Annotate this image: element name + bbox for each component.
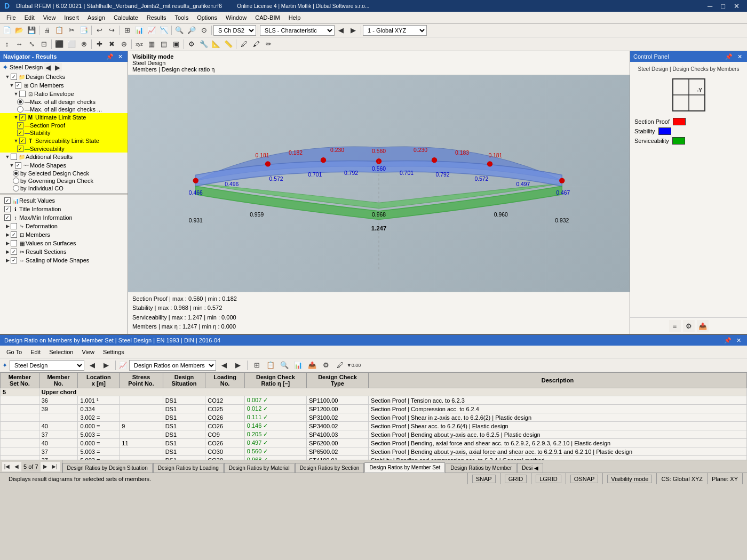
table-row-6[interactable]: 40 0.000 = 11 DS1 CO26 0.497 ✓ SP6200.00… — [1, 439, 747, 447]
tb-btn-4[interactable]: 📑 — [78, 25, 90, 36]
bottom-ratio-prev[interactable]: ◀ — [218, 359, 230, 371]
menu-edit[interactable]: Edit — [26, 348, 45, 356]
tb2-btn-10[interactable]: ⊕ — [118, 38, 130, 50]
cs-select[interactable]: 1 - Global XYZ — [363, 25, 427, 36]
cp-list-btn[interactable]: ≡ — [669, 320, 681, 332]
tb2-btn-17[interactable]: 📐 — [210, 38, 222, 50]
tb2-btn-14[interactable]: ▣ — [170, 38, 182, 50]
canvas-area[interactable]: 0.181 0.182 0.230 0.560 0.230 0.183 0.18… — [128, 75, 630, 292]
bottom-tb-4[interactable]: 📊 — [292, 359, 304, 371]
nav-fwd-btn[interactable]: ▶ — [347, 25, 359, 36]
bottom-tb-3[interactable]: 🔍 — [279, 359, 290, 371]
tb2-btn-18[interactable]: 📏 — [222, 38, 234, 50]
table-row-7[interactable]: 37 5.003 = DS1 CO30 0.560 ✓ SP6500.02 Se… — [1, 447, 747, 456]
tab-design-member[interactable]: Design Ratios by Member — [446, 463, 516, 473]
design-situation-select[interactable]: SLS - Characteristic — [260, 25, 335, 36]
bottom-ratio-next[interactable]: ▶ — [232, 359, 244, 371]
nav-prev-btn[interactable]: ◀ — [44, 63, 52, 71]
check-maxmin-info[interactable]: ✓ — [4, 214, 11, 221]
nav-serviceability[interactable]: ✓ — Serviceability — [0, 145, 128, 153]
tb2-btn-16[interactable]: 🔧 — [198, 38, 210, 50]
nav-values-on-surfaces[interactable]: ▶ ▦ Values on Surfaces — [0, 239, 128, 247]
nav-members[interactable]: ▶ ✓ ⊡ Members — [0, 230, 128, 239]
tb2-btn-20[interactable]: 🖍 — [250, 38, 262, 50]
bottom-tb-1[interactable]: ⊞ — [251, 359, 263, 371]
snap-btn[interactable]: SNAP — [472, 475, 496, 483]
tb2-btn-1[interactable]: ↕ — [1, 38, 13, 50]
radio-by-individual[interactable] — [13, 185, 19, 191]
cp-pin-btn[interactable]: 📌 — [724, 53, 734, 60]
nav-uls[interactable]: ▼ ✓ M Ultimate Limit State — [0, 113, 128, 122]
nav-max-design-1[interactable]: — Max. of all design checks — [0, 98, 128, 106]
radio-by-governing[interactable] — [13, 178, 19, 184]
menu-settings[interactable]: Settings — [99, 348, 129, 356]
tb-btn-10[interactable]: 🔎 — [186, 25, 197, 36]
nav-stability[interactable]: ✓ — Stability — [0, 129, 128, 137]
menu-goto[interactable]: Go To — [2, 348, 26, 356]
tb2-btn-5[interactable]: ⬛ — [53, 38, 65, 50]
tb-btn-3[interactable]: ✂ — [66, 25, 77, 36]
nav-back-btn[interactable]: ◀ — [335, 25, 347, 36]
tb2-btn-15[interactable]: ⚙ — [186, 38, 197, 50]
tb2-btn-4[interactable]: ⊡ — [38, 38, 50, 50]
check-scaling[interactable]: ✓ — [11, 257, 17, 263]
redo-btn[interactable]: ↪ — [106, 25, 117, 36]
load-combo-select[interactable]: S Ch DS2 — [213, 25, 256, 36]
menu-item-insert[interactable]: Insert — [60, 13, 83, 22]
table-row-1[interactable]: 36 1.001 ¹ DS1 CO12 0.007 ✓ SP1100.00 Se… — [1, 396, 747, 405]
bottom-pin-btn[interactable]: 📌 — [722, 337, 733, 344]
nav-section-proof[interactable]: ✓ — Section Proof — [0, 122, 128, 129]
tb2-btn-6[interactable]: ⬜ — [66, 38, 77, 50]
nav-deformation[interactable]: ▶ ⤷ Deformation — [0, 222, 128, 230]
menu-item-results[interactable]: Results — [142, 13, 171, 22]
tb-btn-5[interactable]: ⊞ — [121, 25, 133, 36]
bottom-ratio-select[interactable]: Design Ratios on Members — [129, 360, 216, 371]
cp-settings-btn[interactable]: ⚙ — [683, 320, 695, 332]
cp-export-btn[interactable]: 📤 — [697, 320, 709, 332]
page-prev-btn[interactable]: ◀ — [12, 462, 21, 471]
nav-by-individual[interactable]: by Individual CO — [0, 185, 128, 192]
grid-btn[interactable]: GRID — [505, 475, 527, 483]
menu-item-window[interactable]: Window — [221, 13, 251, 22]
table-row-3[interactable]: 3.002 = DS1 CO26 0.111 ✓ SP3100.02 Secti… — [1, 413, 747, 422]
cp-close-btn[interactable]: ✕ — [736, 53, 744, 60]
radio-by-selected[interactable] — [13, 170, 19, 177]
tb-btn-9[interactable]: 🔍 — [173, 25, 185, 36]
bottom-tb-6[interactable]: ⚙ — [320, 359, 332, 371]
check-ratio-envelope[interactable] — [19, 91, 26, 97]
tb2-btn-13[interactable]: ▤ — [158, 38, 170, 50]
nav-maxmin-info[interactable]: ✓ ↕ Max/Min Information — [0, 213, 128, 222]
nav-additional-results[interactable]: ▼ 📁 Additional Results — [0, 153, 128, 161]
check-serviceability[interactable]: ✓ — [17, 146, 23, 152]
menu-view[interactable]: View — [77, 348, 99, 356]
open-btn[interactable]: 📂 — [13, 25, 25, 36]
check-on-members[interactable]: ✓ — [15, 82, 21, 89]
tb-btn-2[interactable]: 📋 — [53, 25, 65, 36]
nav-by-governing[interactable]: by Governing Design Check — [0, 177, 128, 185]
table-row-4[interactable]: 40 0.000 = 9 DS1 CO26 0.146 ✓ SP3400.02 … — [1, 422, 747, 430]
menu-item-file[interactable]: File — [2, 13, 20, 22]
tab-design-material[interactable]: Design Ratios by Material — [224, 463, 295, 473]
table-container[interactable]: MemberSet No. MemberNo. Locationx [m] St… — [0, 372, 747, 460]
menu-item-tools[interactable]: Tools — [170, 13, 193, 22]
tb2-btn-11[interactable]: xyz — [133, 38, 145, 50]
menu-item-cadbim[interactable]: CAD-BIM — [251, 13, 284, 22]
bottom-tb-2[interactable]: 📋 — [265, 359, 276, 371]
bottom-next-btn[interactable]: ▶ — [100, 359, 112, 371]
tb-btn-6[interactable]: 📊 — [133, 25, 145, 36]
tb-btn-7[interactable]: 📈 — [146, 25, 157, 36]
menu-item-options[interactable]: Options — [193, 13, 221, 22]
radio-max-design-1[interactable] — [17, 99, 23, 105]
check-design-checks[interactable]: ✓ — [11, 74, 17, 80]
bottom-steel-select[interactable]: Steel Design — [10, 360, 84, 371]
save-btn[interactable]: 💾 — [26, 25, 37, 36]
nav-mode-shapes[interactable]: ▼ ✓ 〰 Mode Shapes — [0, 161, 128, 170]
tab-design-situation[interactable]: Design Ratios by Design Situation — [62, 463, 153, 473]
nav-design-checks[interactable]: ▼ ✓ 📁 Design Checks — [0, 73, 128, 81]
print-btn[interactable]: 🖨 — [41, 25, 53, 36]
tab-desi[interactable]: Desi ◀ — [517, 463, 543, 473]
nav-pin-btn[interactable]: 📌 — [105, 53, 115, 60]
check-title-info[interactable]: ✓ — [4, 206, 11, 212]
undo-btn[interactable]: ↩ — [93, 25, 105, 36]
tb-btn-8[interactable]: 📉 — [158, 25, 170, 36]
